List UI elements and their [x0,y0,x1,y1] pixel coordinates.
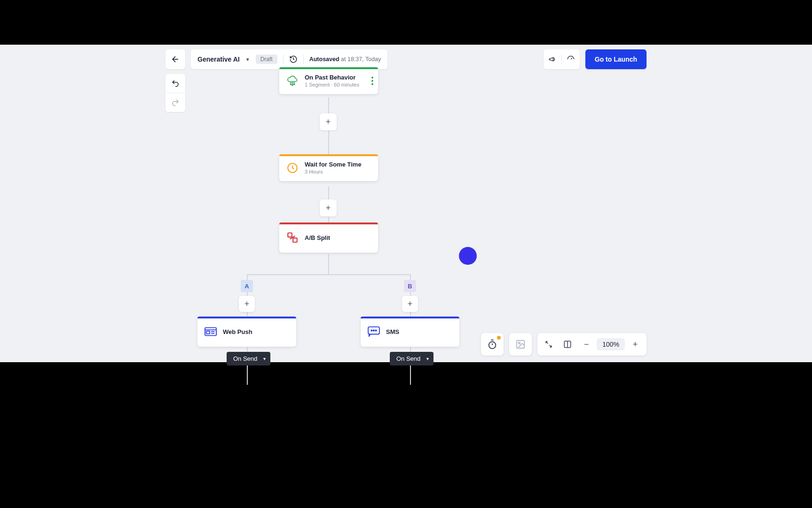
add-step-button[interactable]: + [320,113,337,130]
node-accent [279,154,378,156]
timer-button[interactable] [481,333,504,356]
svg-point-0 [290,83,291,84]
screenshot-button[interactable] [509,333,532,356]
node-past-behavior[interactable]: On Past Behavior 1 Segment · 60 minutes [279,67,378,94]
journey-titlebar: Generative AI ▼ Draft Autosaved at 18:37… [191,49,387,69]
gauge-icon[interactable] [567,55,575,64]
node-sms[interactable]: SMS [361,317,459,347]
node-title: A/B Split [305,234,330,241]
add-step-button[interactable]: + [402,296,418,312]
node-wait[interactable]: Wait for Some Time 3 Hours [279,154,378,181]
sms-icon [367,325,380,338]
chevron-down-icon[interactable]: ▼ [245,57,250,62]
fit-screen-button[interactable] [540,336,557,353]
connector-line [328,254,329,275]
branch-label-a: A [241,280,253,292]
zoom-toolbar: − 100% + [481,333,646,356]
arrow-left-icon [171,55,180,64]
columns-icon [563,340,572,349]
history-icon[interactable] [289,55,298,64]
preview-buttons [544,49,580,69]
svg-point-9 [371,330,372,331]
connector-line [328,97,329,113]
journey-canvas[interactable]: On Past Behavior 1 Segment · 60 minutes … [159,67,653,362]
svg-point-2 [293,83,294,84]
node-title: Web Push [223,328,252,335]
branch-label-b: B [404,280,416,292]
svg-point-12 [489,342,496,349]
autosave-status: Autosaved at 18:37, Today [309,56,381,63]
go-to-launch-button[interactable]: Go to Launch [585,49,646,69]
node-title: On Past Behavior [305,74,359,81]
svg-rect-4 [288,233,292,237]
toolbar-right: Go to Launch [544,49,646,69]
svg-rect-5 [293,238,297,242]
node-title: Wait for Some Time [305,161,362,168]
on-send-dropdown-a[interactable]: On Send [227,352,270,365]
node-menu-button[interactable] [371,77,373,85]
svg-point-1 [292,84,293,85]
back-button[interactable] [166,49,185,69]
node-subtitle: 3 Hours [305,169,362,175]
layout-button[interactable] [559,336,576,353]
node-web-push[interactable]: Web Push [197,317,296,347]
svg-rect-7 [206,331,210,334]
ab-split-icon [286,231,299,244]
node-subtitle: 1 Segment · 60 minutes [305,82,359,87]
node-accent [361,317,459,318]
web-push-icon [204,325,217,338]
add-step-button[interactable]: + [320,199,337,216]
node-title: SMS [386,328,399,335]
add-step-button[interactable]: + [239,296,255,312]
connector-line [328,186,329,199]
separator [283,54,284,64]
journey-name[interactable]: Generative AI [197,56,240,63]
zoom-in-button[interactable]: + [627,336,644,353]
expand-icon [544,340,553,349]
node-ab-split[interactable]: A/B Split [279,222,378,253]
connector-line [247,274,410,275]
cloud-behavior-icon [286,74,299,87]
status-badge: Draft [256,55,277,64]
image-icon [515,339,526,349]
on-send-dropdown-b[interactable]: On Send [390,352,434,365]
node-accent [279,67,378,69]
node-accent [197,317,296,318]
svg-point-11 [375,330,376,331]
cursor-highlight [459,247,477,265]
stopwatch-icon [487,339,497,349]
node-accent [279,222,378,224]
separator [303,54,304,64]
zoom-level: 100% [597,338,625,350]
connector-line [328,217,329,222]
notification-dot [497,336,501,340]
connector-line [328,131,329,154]
svg-point-14 [519,342,520,344]
svg-point-10 [373,330,374,331]
announcement-icon[interactable] [548,55,557,64]
zoom-out-button[interactable]: − [578,336,595,353]
clock-icon [286,161,299,175]
